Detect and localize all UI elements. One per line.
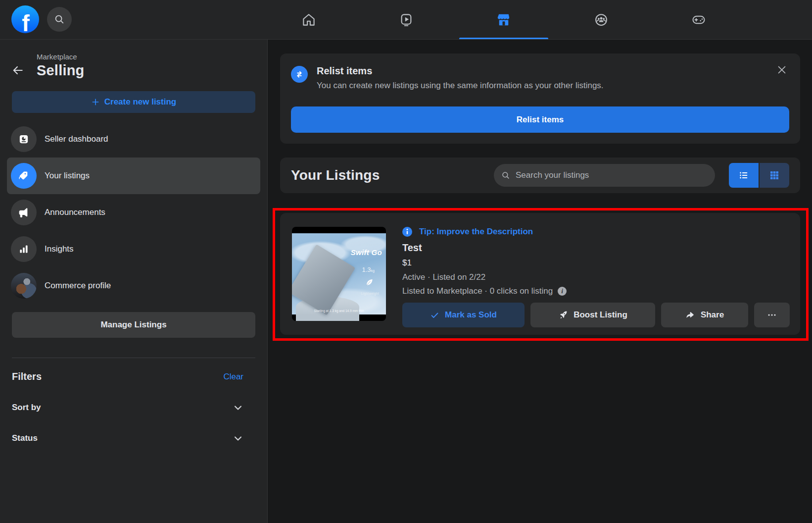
tab-marketplace[interactable]	[459, 0, 548, 39]
tip-link[interactable]: Tip: Improve the Description	[419, 227, 533, 237]
tab-groups[interactable]	[557, 0, 646, 39]
relist-items-button[interactable]: Relist items	[291, 106, 789, 133]
chevron-down-icon	[233, 433, 243, 444]
ellipsis-icon	[766, 310, 777, 320]
listing-card: Swift Go 1.3kg Lightweight Starting at 1…	[280, 213, 800, 335]
create-new-listing-button[interactable]: Create new listing	[12, 91, 255, 113]
main-tabs	[264, 0, 743, 39]
clear-filters-link[interactable]: Clear	[223, 372, 243, 382]
dashboard-icon	[11, 126, 37, 152]
info-icon-blue	[402, 227, 412, 237]
listing-row-wrapper: Swift Go 1.3kg Lightweight Starting at 1…	[280, 213, 800, 335]
thumbnail-brand-text: Swift Go	[351, 248, 382, 257]
marketplace-icon	[496, 12, 511, 27]
facebook-f-icon: f	[22, 14, 29, 33]
listing-price: $1	[402, 258, 790, 268]
sidebar-item-label: Announcements	[45, 208, 105, 217]
megaphone-icon	[11, 200, 37, 225]
tab-home[interactable]	[264, 0, 353, 39]
relist-description: You can create new listings using the sa…	[317, 81, 604, 91]
main-content: Relist items You can create new listings…	[268, 40, 812, 523]
search-icon	[501, 171, 510, 180]
gaming-icon	[691, 12, 706, 27]
listing-title[interactable]: Test	[402, 242, 790, 254]
tab-gaming[interactable]	[654, 0, 743, 39]
sidebar-item-label: Insights	[45, 244, 74, 254]
share-icon	[685, 310, 695, 320]
tag-icon	[11, 163, 37, 189]
list-view-button[interactable]	[729, 163, 759, 188]
thumbnail-video-frame: Swift Go 1.3kg Lightweight Starting at 1…	[292, 233, 386, 314]
relist-title: Relist items	[317, 65, 604, 77]
plus-icon	[91, 98, 100, 106]
close-button[interactable]	[774, 62, 789, 77]
grid-view-icon	[768, 169, 780, 181]
chevron-down-icon	[233, 402, 243, 413]
view-toggle	[729, 163, 789, 188]
thumbnail-feature-text: Lightweight	[361, 292, 379, 295]
close-icon	[776, 64, 787, 75]
search-input[interactable]	[494, 164, 715, 187]
listing-thumbnail[interactable]: Swift Go 1.3kg Lightweight Starting at 1…	[292, 227, 386, 321]
divider	[12, 358, 255, 358]
listing-status: Active · Listed on 2/22	[402, 272, 790, 282]
back-arrow-icon	[11, 64, 24, 77]
sidebar-item-seller-dashboard[interactable]: Seller dashboard	[7, 121, 260, 157]
home-icon	[301, 12, 316, 27]
sidebar: Marketplace Selling Create new listing S…	[0, 40, 268, 523]
share-button[interactable]: Share	[661, 303, 748, 327]
sidebar-item-label: Commerce profile	[45, 281, 111, 291]
relist-swap-icon	[291, 66, 308, 83]
feather-icon	[365, 278, 374, 287]
manage-listings-button[interactable]: Manage Listings	[12, 312, 255, 338]
list-view-icon	[738, 169, 750, 181]
grid-view-button[interactable]	[760, 163, 789, 188]
facebook-logo[interactable]: f	[11, 5, 39, 33]
back-button[interactable]	[8, 60, 28, 80]
sidebar-item-announcements[interactable]: Announcements	[7, 194, 260, 231]
search-button[interactable]	[47, 7, 72, 32]
boost-listing-button[interactable]: Boost Listing	[530, 303, 655, 327]
listing-reach: Listed to Marketplace · 0 clicks on list…	[402, 286, 553, 296]
info-icon-gray[interactable]: i	[558, 287, 567, 296]
breadcrumb: Marketplace	[37, 52, 84, 61]
more-options-button[interactable]	[754, 303, 790, 327]
relist-items-card: Relist items You can create new listings…	[280, 53, 800, 144]
listing-actions: Mark as Sold Boost Listing Share	[402, 303, 790, 327]
sidebar-item-commerce-profile[interactable]: Commerce profile	[7, 267, 260, 304]
sort-by-expander[interactable]: Sort by	[12, 402, 243, 413]
your-listings-title: Your Listings	[291, 167, 380, 183]
status-expander[interactable]: Status	[12, 433, 243, 444]
sidebar-item-label: Seller dashboard	[45, 134, 108, 144]
page-title: Selling	[37, 62, 84, 79]
thumbnail-caption: Starting at 1.3 kg and 14.9 mm thin	[292, 309, 386, 313]
sidebar-menu: Seller dashboard Your listings Announcem…	[7, 121, 260, 304]
tab-watch[interactable]	[362, 0, 451, 39]
thumbnail-weight-text: 1.3kg	[362, 266, 375, 273]
filters-heading: Filters	[12, 371, 42, 382]
mark-as-sold-button[interactable]: Mark as Sold	[402, 303, 525, 327]
sidebar-item-your-listings[interactable]: Your listings	[7, 157, 260, 194]
groups-icon	[594, 12, 609, 27]
rocket-icon	[558, 310, 568, 320]
check-icon	[430, 311, 439, 320]
sidebar-item-insights[interactable]: Insights	[7, 231, 260, 267]
top-nav-bar: f	[0, 0, 812, 40]
search-icon	[54, 14, 65, 25]
your-listings-header: Your Listings	[280, 157, 800, 193]
bar-chart-icon	[11, 236, 37, 262]
listing-details: Tip: Improve the Description Test $1 Act…	[402, 227, 790, 326]
watch-icon	[399, 12, 414, 27]
sidebar-item-label: Your listings	[45, 171, 90, 181]
avatar	[11, 273, 37, 299]
listings-search	[494, 164, 715, 187]
